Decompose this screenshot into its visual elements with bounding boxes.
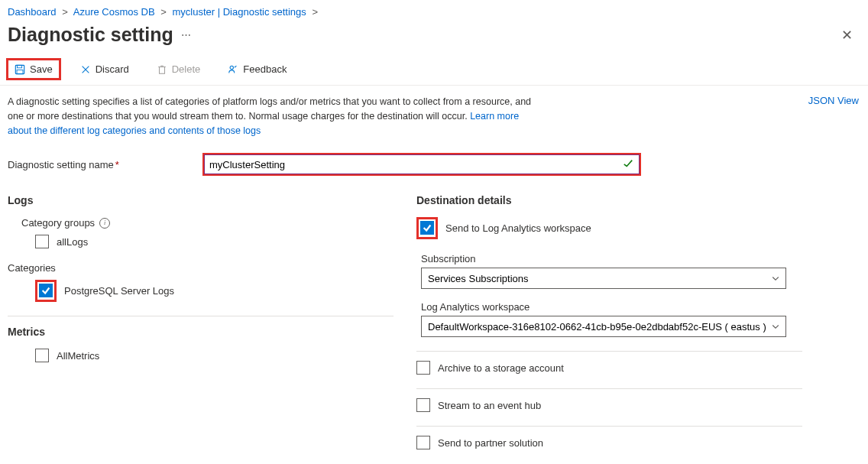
divider	[8, 316, 394, 316]
postgres-checkbox[interactable]	[39, 284, 53, 297]
metrics-heading: Metrics	[8, 326, 394, 338]
page-title: Diagnostic setting	[8, 24, 173, 46]
destination-heading: Destination details	[416, 194, 802, 206]
description-text: A diagnostic setting specifies a list of…	[8, 96, 531, 122]
workspace-select[interactable]: DefaultWorkspace-316e8102-0662-41cb-b95e…	[421, 316, 786, 337]
close-icon[interactable]: ✕	[841, 27, 853, 44]
discard-button[interactable]: Discard	[72, 58, 138, 80]
all-metrics-checkbox[interactable]	[35, 349, 49, 362]
body: JSON View A diagnostic setting specifies…	[0, 86, 868, 460]
all-logs-checkbox[interactable]	[35, 235, 49, 248]
logs-column: Logs Category groups i allLogs Categorie…	[8, 194, 394, 453]
save-button[interactable]: Save	[6, 58, 61, 80]
feedback-button[interactable]: Feedback	[219, 58, 295, 80]
all-metrics-row: AllMetrics	[35, 349, 394, 362]
eventhub-label: Stream to an event hub	[438, 400, 541, 411]
eventhub-row: Stream to an event hub	[416, 398, 802, 412]
description: A diagnostic setting specifies a list of…	[8, 95, 542, 138]
eventhub-checkbox[interactable]	[416, 398, 430, 412]
save-button-label: Save	[30, 63, 53, 75]
archive-checkbox[interactable]	[416, 361, 430, 375]
delete-icon	[157, 64, 167, 75]
archive-row: Archive to a storage account	[416, 361, 802, 375]
breadcrumb-item[interactable]: Azure Cosmos DB	[73, 6, 155, 18]
send-la-checkbox[interactable]	[420, 221, 434, 235]
subscription-select[interactable]: Services Subscriptions	[421, 268, 786, 289]
destination-column: Destination details Send to Log Analytic…	[416, 194, 802, 453]
delete-button-label: Delete	[172, 63, 201, 75]
send-la-label: Send to Log Analytics workspace	[445, 222, 591, 234]
partner-checkbox[interactable]	[416, 436, 430, 449]
chevron-right-icon: >	[160, 6, 167, 18]
divider	[416, 351, 802, 352]
postgres-row: PostgreSQL Server Logs	[35, 280, 394, 302]
name-label: Diagnostic setting name*	[8, 159, 202, 170]
breadcrumb: Dashboard > Azure Cosmos DB > mycluster …	[0, 0, 868, 21]
more-menu-icon[interactable]: ⋯	[181, 29, 191, 41]
chevron-right-icon: >	[312, 6, 318, 18]
send-la-row: Send to Log Analytics workspace	[416, 217, 802, 239]
toolbar: Save Discard Delete Feedback	[0, 54, 868, 86]
svg-rect-5	[159, 67, 164, 73]
name-row: Diagnostic setting name*	[8, 153, 860, 176]
diagnostic-name-input[interactable]	[204, 154, 640, 174]
all-logs-label: allLogs	[57, 236, 88, 248]
subscription-label: Subscription	[421, 253, 802, 264]
save-icon	[15, 64, 25, 75]
partner-label: Send to partner solution	[438, 437, 543, 449]
all-logs-row: allLogs	[35, 235, 394, 248]
delete-button: Delete	[148, 58, 209, 80]
divider	[416, 426, 802, 427]
feedback-button-label: Feedback	[243, 63, 287, 75]
discard-button-label: Discard	[96, 63, 129, 75]
page-header: Diagnostic setting ⋯ ✕	[0, 21, 868, 54]
logs-heading: Logs	[8, 194, 394, 206]
feedback-icon	[228, 64, 238, 75]
partner-row: Send to partner solution	[416, 436, 802, 449]
archive-label: Archive to a storage account	[438, 362, 564, 374]
workspace-label: Log Analytics workspace	[421, 301, 802, 313]
discard-icon	[80, 64, 91, 75]
svg-point-8	[230, 66, 233, 69]
divider	[416, 388, 802, 389]
breadcrumb-item[interactable]: mycluster | Diagnostic settings	[173, 6, 306, 18]
json-view-link[interactable]: JSON View	[808, 95, 859, 106]
check-icon	[623, 158, 633, 169]
category-groups-label: Category groups i	[21, 217, 394, 229]
info-icon[interactable]: i	[99, 218, 110, 229]
postgres-label: PostgreSQL Server Logs	[64, 285, 174, 297]
chevron-right-icon: >	[62, 6, 68, 18]
all-metrics-label: AllMetrics	[57, 350, 99, 362]
svg-rect-2	[17, 70, 23, 73]
categories-label: Categories	[8, 262, 394, 274]
breadcrumb-item[interactable]: Dashboard	[8, 6, 57, 18]
